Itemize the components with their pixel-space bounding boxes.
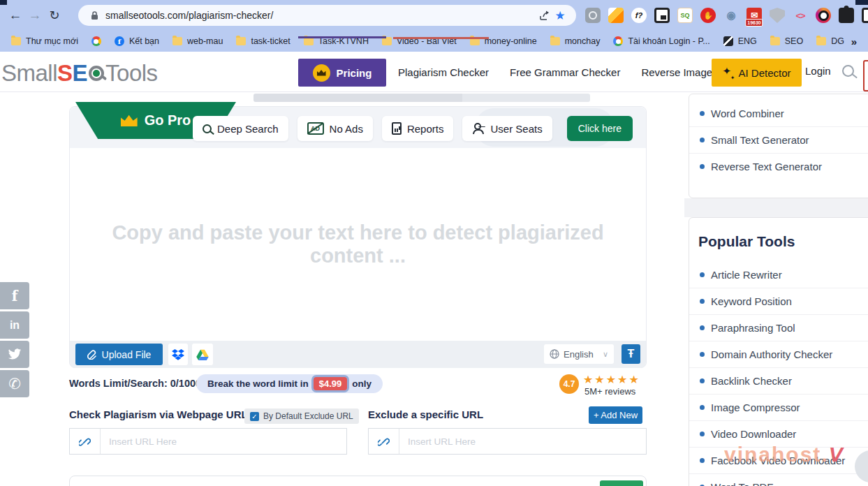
url-check-title: Check Plagiarism via Webpage URL <box>69 408 248 420</box>
sidebar-tool-link[interactable]: Keyword Position <box>689 288 868 314</box>
bookmark-item[interactable]: task-ticket <box>236 36 290 46</box>
bullet-icon <box>700 458 705 463</box>
extension-icon[interactable]: <> <box>793 8 808 23</box>
search-icon[interactable] <box>842 65 854 77</box>
bookmark-star-icon[interactable] <box>552 8 568 23</box>
bullet-icon <box>700 432 705 436</box>
plagiarism-editor-card: Go Pro Deep Search No Ads Reports User S… <box>69 106 647 368</box>
next-section-card <box>69 476 647 486</box>
bookmarks-overflow-icon[interactable]: » <box>851 36 857 47</box>
pricing-underline <box>298 36 386 38</box>
facebook-share-icon[interactable]: f <box>0 282 29 309</box>
pricing-button[interactable]: Pricing <box>298 59 386 87</box>
sidebar-tool-link[interactable]: Small Text Generator <box>689 126 868 153</box>
sidebar-tool-link[interactable]: Reverse Text Generator <box>689 153 868 179</box>
extension-icon[interactable] <box>700 8 716 23</box>
extension-icon[interactable] <box>770 8 785 23</box>
exclude-url-input[interactable] <box>399 429 646 454</box>
extension-icon[interactable] <box>608 8 624 23</box>
edge-red-widget[interactable] <box>863 60 868 91</box>
bookmark-item[interactable]: Kết bạn <box>115 36 159 46</box>
whatsapp-share-icon[interactable]: ✆ <box>0 370 29 397</box>
bookmark-icon <box>770 37 780 45</box>
globe-icon <box>550 349 559 359</box>
bullet-icon <box>700 272 705 277</box>
click-here-button[interactable]: Click here <box>567 116 633 141</box>
price-badge[interactable]: $4.99 <box>314 377 348 390</box>
bookmark-icon <box>172 37 182 45</box>
upload-file-button[interactable]: Upload File <box>75 344 163 365</box>
rating-stars: ★★★★★ <box>583 373 640 386</box>
extension-icon[interactable] <box>585 8 601 23</box>
extension-icon[interactable] <box>654 8 670 23</box>
url-text[interactable]: smallseotools.com/plagiarism-checker/ <box>105 10 537 21</box>
reload-icon[interactable] <box>45 6 64 25</box>
nav-link[interactable]: Free Grammar Checker <box>510 66 620 78</box>
add-new-button[interactable]: + Add New <box>589 406 642 424</box>
sidebar-tool-link[interactable]: Backlink Checker <box>689 367 868 394</box>
bookmark-item[interactable] <box>91 36 101 46</box>
editor-toolbar: Upload File English ∨ <box>70 341 646 368</box>
bullet-icon <box>700 164 705 169</box>
crown-icon <box>121 115 138 126</box>
text-select-button[interactable] <box>621 344 640 364</box>
extension-icon[interactable]: f? <box>631 8 647 23</box>
bookmark-icon <box>723 36 733 46</box>
extension-icon[interactable]: 19630 <box>746 8 762 23</box>
text-input-area[interactable] <box>70 148 646 341</box>
bookmark-item[interactable]: monchay <box>550 36 601 46</box>
bullet-icon <box>700 138 705 142</box>
login-link[interactable]: Login <box>805 65 831 77</box>
checkbox-checked-icon[interactable] <box>250 412 259 421</box>
sidebar-tool-link[interactable]: Paraphrasing Tool <box>689 314 868 341</box>
site-logo[interactable]: SmallSETools <box>1 60 158 87</box>
bookmark-item[interactable]: ENG <box>723 36 757 46</box>
ai-detector-button[interactable]: AI Detector <box>712 59 802 87</box>
extension-icon[interactable] <box>862 8 868 23</box>
check-plagiarism-button[interactable] <box>600 480 643 486</box>
sidebar-tool-link[interactable]: Article Rewriter <box>689 261 868 288</box>
language-selector[interactable]: English ∨ <box>544 344 614 364</box>
google-drive-button[interactable] <box>192 344 213 365</box>
bookmark-item[interactable]: Thư mục mới <box>11 36 78 46</box>
twitter-share-icon[interactable] <box>0 341 29 368</box>
browser-toolbar: smallseotools.com/plagiarism-checker/ f?… <box>0 0 868 31</box>
extension-icon[interactable] <box>839 8 854 23</box>
link-icon <box>369 429 399 454</box>
linkedin-share-icon[interactable]: in <box>0 311 29 339</box>
bookmark-item[interactable]: SEO <box>770 36 803 46</box>
sidebar-tool-link[interactable]: Image Compressor <box>689 394 868 420</box>
gopro-feature-pill[interactable]: Deep Search <box>193 116 288 141</box>
back-icon[interactable] <box>6 6 25 25</box>
mail-badge: 19630 <box>745 19 763 27</box>
nav-link[interactable]: Plagiarism Checker <box>398 66 489 78</box>
gopro-features: Deep Search No Ads Reports User Seats Cl… <box>193 116 633 141</box>
sidebar-tool-link[interactable]: Word To PDF <box>689 473 868 486</box>
dropbox-button[interactable] <box>168 344 188 365</box>
extension-icon[interactable]: SQ <box>677 8 693 23</box>
check-url-input-group <box>69 428 347 455</box>
gopro-feature-pill[interactable]: Reports <box>382 116 454 141</box>
rating-score-badge: 4.7 <box>559 374 579 394</box>
sidebar-tool-link[interactable]: Domain Authority Checker <box>689 341 868 367</box>
gopro-feature-pill[interactable]: User Seats <box>462 116 552 141</box>
exclude-url-checkbox[interactable]: By Default Exclude URL <box>244 408 359 424</box>
sidebar-tool-link[interactable]: Word Combiner <box>689 100 868 126</box>
bookmarks-bar: Thư mục mới Kết bạn web-mau task-ticket … <box>0 31 868 52</box>
bookmark-item[interactable]: DG <box>816 36 844 46</box>
bookmark-item[interactable]: Tài khoản Login - P... <box>613 36 709 46</box>
scroll-remnant-bar <box>253 94 590 102</box>
check-url-input[interactable] <box>101 429 346 454</box>
word-limit-promo[interactable]: Break the word limit in $4.99 only <box>196 374 383 393</box>
gopro-feature-pill[interactable]: No Ads <box>297 116 373 141</box>
watermark: vinahost.V <box>724 443 844 466</box>
bookmark-item[interactable]: web-mau <box>172 36 223 46</box>
address-bar[interactable]: smallseotools.com/plagiarism-checker/ <box>78 5 576 26</box>
share-icon[interactable] <box>537 8 552 23</box>
forward-icon[interactable] <box>25 6 45 25</box>
extension-icon[interactable] <box>723 8 739 23</box>
google-drive-icon <box>196 349 209 360</box>
extension-icon[interactable] <box>816 8 831 23</box>
logo-magnifier-icon <box>89 66 104 81</box>
site-header: SmallSETools Pricing Plagiarism Checker … <box>0 52 868 92</box>
